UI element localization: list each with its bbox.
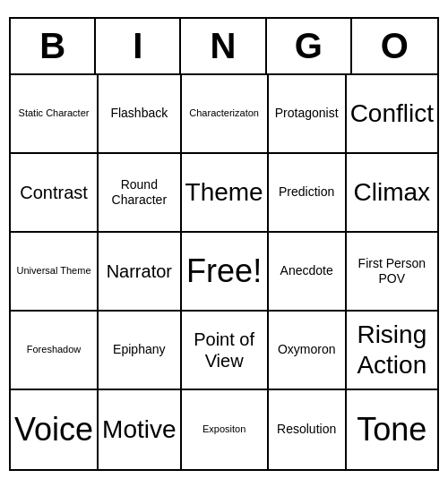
cell-text-10: Universal Theme [17,265,91,277]
bingo-cell-21: Motive [99,390,181,469]
bingo-cell-12: Free! [182,233,269,312]
bingo-cell-11: Narrator [99,233,181,312]
cell-text-21: Motive [102,414,176,445]
header-letter-o: O [352,19,437,73]
cell-text-19: Rising Action [350,320,434,380]
bingo-cell-2: Characterizaton [182,75,269,154]
cell-text-12: Free! [186,252,262,290]
cell-text-23: Resolution [277,422,336,437]
bingo-cell-14: First Person POV [347,233,437,312]
cell-text-16: Epiphany [113,342,165,357]
header-letter-g: G [267,19,352,73]
cell-text-1: Flashback [110,106,168,121]
bingo-cell-3: Protagonist [269,75,347,154]
cell-text-0: Static Character [19,107,90,119]
cell-text-3: Protagonist [275,106,339,121]
bingo-cell-1: Flashback [99,75,181,154]
bingo-cell-0: Static Character [11,75,99,154]
bingo-cell-8: Prediction [269,154,347,233]
cell-text-5: Contrast [20,182,88,203]
cell-text-9: Climax [354,177,431,208]
cell-text-15: Foreshadow [27,344,82,355]
bingo-cell-6: Round Character [99,154,181,233]
bingo-cell-20: Voice [11,390,99,469]
cell-text-8: Prediction [279,184,334,200]
header-letter-n: N [181,19,266,73]
cell-text-7: Theme [185,177,263,208]
bingo-cell-7: Theme [182,154,269,233]
bingo-card: BINGO Static CharacterFlashbackCharacter… [9,17,439,471]
bingo-header: BINGO [11,19,437,75]
bingo-cell-15: Foreshadow [11,312,99,390]
bingo-grid: Static CharacterFlashbackCharacterizaton… [11,75,437,469]
bingo-cell-17: Point of View [182,312,269,390]
cell-text-17: Point of View [185,329,263,372]
bingo-cell-24: Tone [347,390,437,469]
cell-text-2: Characterizaton [189,107,259,119]
bingo-cell-22: Expositon [182,390,269,469]
cell-text-20: Voice [14,410,93,449]
cell-text-13: Anecdote [280,263,333,278]
cell-text-22: Expositon [202,423,246,435]
bingo-cell-10: Universal Theme [11,233,99,312]
header-letter-b: B [11,19,96,73]
bingo-cell-4: Conflict [347,75,437,154]
bingo-cell-19: Rising Action [347,312,437,390]
cell-text-6: Round Character [102,177,176,208]
bingo-cell-9: Climax [347,154,437,233]
bingo-cell-23: Resolution [269,390,347,469]
bingo-cell-16: Epiphany [99,312,181,390]
bingo-cell-13: Anecdote [269,233,347,312]
header-letter-i: I [96,19,181,73]
cell-text-11: Narrator [107,261,172,282]
cell-text-14: First Person POV [350,256,434,286]
bingo-cell-5: Contrast [11,154,99,233]
cell-text-24: Tone [357,410,426,449]
bingo-cell-18: Oxymoron [269,312,347,390]
cell-text-18: Oxymoron [278,342,336,357]
cell-text-4: Conflict [350,98,434,129]
